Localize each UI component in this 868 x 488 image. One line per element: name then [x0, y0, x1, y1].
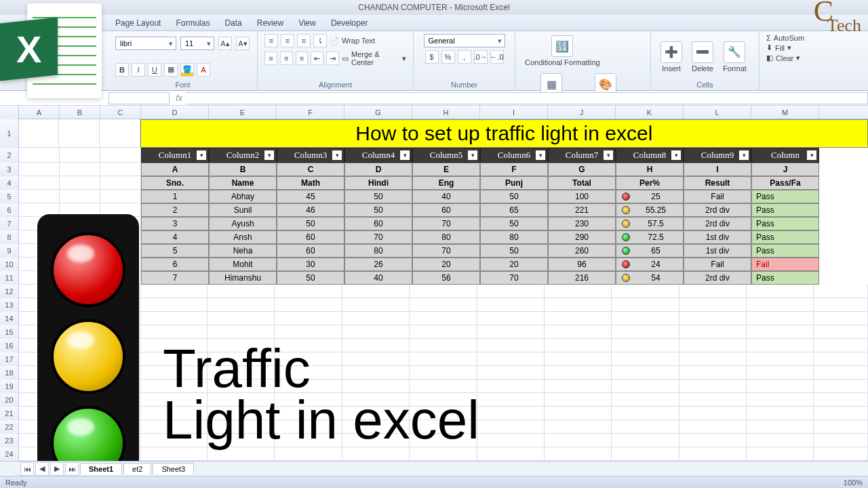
table-cell[interactable]: 26: [344, 258, 412, 271]
font-color-icon[interactable]: A: [197, 63, 210, 77]
table-cell[interactable]: Ansh: [209, 230, 277, 244]
col-header-K[interactable]: K: [616, 106, 684, 119]
table-cell[interactable]: 30: [277, 258, 344, 271]
bold-button[interactable]: B: [115, 63, 129, 77]
insert-button[interactable]: ➕Insert: [658, 40, 685, 74]
col-header-J[interactable]: J: [548, 106, 616, 119]
row-header[interactable]: 18: [0, 366, 19, 380]
table-cell[interactable]: 3: [141, 217, 209, 230]
table-cell[interactable]: 50: [344, 190, 412, 203]
table-cell[interactable]: 60: [344, 217, 412, 230]
name-box[interactable]: [108, 92, 170, 104]
delete-button[interactable]: ➖Delete: [689, 40, 716, 74]
table-cell[interactable]: Mohit: [209, 258, 277, 271]
table-cell[interactable]: 60: [412, 203, 480, 217]
underline-button[interactable]: U: [148, 63, 161, 77]
comma-icon[interactable]: ,: [458, 50, 471, 64]
row-header[interactable]: 12: [0, 285, 19, 298]
passfail-cell[interactable]: Pass: [751, 244, 819, 258]
fx-icon[interactable]: fx: [172, 94, 186, 103]
table-cell[interactable]: 70: [480, 271, 548, 285]
col-header-E[interactable]: E: [209, 106, 277, 119]
filter-icon[interactable]: ▾: [604, 150, 613, 160]
table-cell[interactable]: 50: [277, 271, 344, 285]
row-header[interactable]: 20: [0, 393, 19, 407]
table-header[interactable]: Column8▾: [616, 148, 684, 163]
font-name-combo[interactable]: libri: [115, 37, 176, 50]
merge-center-button[interactable]: ▭ Merge & Center ▾: [342, 50, 406, 66]
filter-icon[interactable]: ▾: [536, 150, 545, 160]
col-header-L[interactable]: L: [684, 106, 751, 119]
table-cell[interactable]: 50: [480, 190, 548, 203]
per-cell[interactable]: 57.5: [616, 217, 684, 230]
menu-tab-formulas[interactable]: Formulas: [169, 16, 216, 30]
per-cell[interactable]: 54: [616, 271, 684, 285]
row-header[interactable]: 13: [0, 298, 19, 312]
result-cell[interactable]: Fail: [684, 190, 751, 203]
table-header[interactable]: Column2▾: [209, 148, 277, 163]
col-header-G[interactable]: G: [344, 106, 412, 119]
table-header[interactable]: Column▾: [751, 148, 819, 163]
row-header[interactable]: 11: [0, 271, 19, 285]
clear-button[interactable]: ◧ Clear ▾: [766, 54, 800, 62]
row-header[interactable]: 23: [0, 434, 19, 447]
menu-tab-developer[interactable]: Developer: [324, 16, 375, 30]
align-center-icon[interactable]: ≡: [280, 52, 293, 65]
per-cell[interactable]: 72.5: [616, 230, 684, 244]
table-cell[interactable]: 20: [412, 258, 480, 271]
col-header-I[interactable]: I: [480, 106, 548, 119]
col-header-F[interactable]: F: [277, 106, 344, 119]
number-format-combo[interactable]: General: [424, 34, 505, 47]
table-cell[interactable]: 60: [277, 230, 344, 244]
table-header[interactable]: Column3▾: [277, 148, 344, 163]
row-header[interactable]: 22: [0, 420, 19, 434]
table-cell[interactable]: 80: [344, 244, 412, 258]
sheet-nav-next-icon[interactable]: ▶: [50, 462, 64, 476]
table-cell[interactable]: 6: [141, 258, 209, 271]
table-header[interactable]: Column6▾: [480, 148, 548, 163]
row-header[interactable]: 21: [0, 407, 19, 420]
row-header[interactable]: 14: [0, 312, 19, 325]
filter-icon[interactable]: ▾: [332, 150, 342, 160]
table-cell[interactable]: 65: [480, 203, 548, 217]
indent-dec-icon[interactable]: ⇤: [311, 52, 323, 65]
table-cell[interactable]: 60: [277, 244, 344, 258]
passfail-cell[interactable]: Fail: [751, 258, 819, 271]
table-cell[interactable]: 50: [480, 217, 548, 230]
border-icon[interactable]: ▦: [164, 63, 178, 77]
table-cell[interactable]: 7: [141, 271, 209, 285]
table-cell[interactable]: 70: [344, 230, 412, 244]
table-cell[interactable]: 70: [412, 217, 480, 230]
table-cell[interactable]: 80: [480, 230, 548, 244]
filter-icon[interactable]: ▾: [468, 150, 477, 160]
filter-icon[interactable]: ▾: [807, 150, 816, 160]
table-cell[interactable]: 20: [480, 258, 548, 271]
filter-icon[interactable]: ▾: [400, 150, 410, 160]
table-cell[interactable]: 230: [548, 217, 616, 230]
table-cell[interactable]: Abhay: [209, 190, 277, 203]
table-cell[interactable]: Sunil: [209, 203, 277, 217]
decrease-font-icon[interactable]: A▾: [236, 37, 250, 50]
table-header[interactable]: Column1▾: [141, 148, 209, 163]
col-header-C[interactable]: C: [100, 106, 141, 119]
table-cell[interactable]: 1: [141, 190, 209, 203]
table-cell[interactable]: Neha: [209, 244, 277, 258]
row-header[interactable]: 8: [0, 230, 19, 244]
filter-icon[interactable]: ▾: [739, 150, 749, 160]
filter-icon[interactable]: ▾: [197, 150, 206, 160]
percent-icon[interactable]: %: [441, 50, 455, 64]
indent-inc-icon[interactable]: ⇥: [326, 52, 339, 65]
table-cell[interactable]: 45: [277, 190, 344, 203]
align-mid-icon[interactable]: ≡: [281, 34, 294, 47]
row-header[interactable]: 16: [0, 339, 19, 352]
sheet-nav-prev-icon[interactable]: ◀: [35, 462, 49, 476]
row-header[interactable]: 9: [0, 244, 19, 258]
per-cell[interactable]: 24: [616, 258, 684, 271]
col-header-D[interactable]: D: [141, 106, 209, 119]
per-cell[interactable]: 55.25: [616, 203, 684, 217]
col-header-M[interactable]: M: [751, 106, 819, 119]
zoom-level[interactable]: 100%: [844, 479, 863, 487]
row-header[interactable]: 3: [0, 163, 19, 176]
table-header[interactable]: Column4▾: [344, 148, 412, 163]
table-cell[interactable]: 260: [548, 244, 616, 258]
